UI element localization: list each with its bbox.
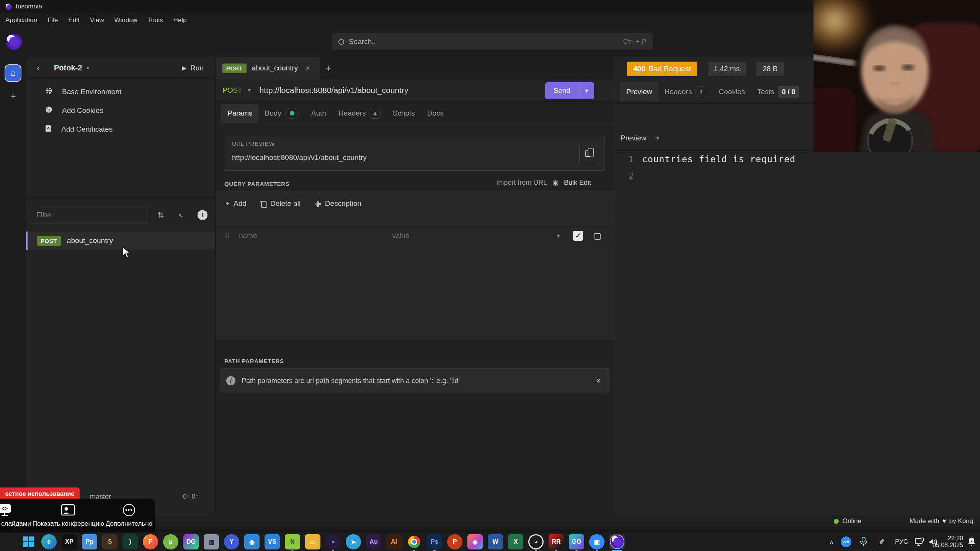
home-button[interactable]: ⌂ — [5, 64, 21, 82]
taskbar-goland-ide[interactable]: GO — [569, 534, 584, 549]
url-input[interactable]: http://localhost:8080/api/v1/about_count… — [260, 86, 408, 95]
param-enabled-checkbox[interactable]: ✓ — [573, 231, 583, 241]
delete-all-button[interactable]: Delete all — [261, 199, 301, 208]
online-status[interactable]: Online — [834, 517, 861, 525]
response-tab-cookies[interactable]: Cookies — [712, 82, 751, 101]
sidebar-item-base-environment[interactable]: Base Environment — [26, 82, 215, 101]
tray-network-icon[interactable] — [915, 532, 924, 551]
import-from-url-button[interactable]: Import from URL — [496, 179, 547, 187]
conference-slides-button[interactable]: <>вление слайдами — [0, 503, 31, 528]
taskbar-zoom-app[interactable]: ▣ — [589, 534, 604, 549]
taskbar-obs-studio[interactable]: ◕ — [528, 534, 544, 549]
param-value-input[interactable]: value — [392, 231, 553, 240]
tab-body[interactable]: Body — [258, 103, 305, 124]
taskbar-adobe-illustrator[interactable]: Ai — [386, 534, 402, 549]
taskbar-excel-app[interactable]: X — [508, 534, 523, 549]
tray-notification-bell[interactable]: z — [967, 532, 976, 551]
taskbar-powerpoint-app[interactable]: P — [447, 534, 462, 549]
conference-participant-button[interactable]: Показать конференцию — [33, 503, 104, 528]
send-options-button[interactable]: ▼ — [579, 82, 594, 99]
taskbar-file-explorer[interactable]: ▭ — [305, 534, 320, 549]
taskbar-photoshop-app[interactable]: Ps — [427, 534, 442, 549]
taskbar-statue-app[interactable]: S — [102, 534, 118, 549]
taskbar-edge-browser[interactable]: e — [41, 534, 57, 549]
taskbar-datagrip-ide[interactable]: DG — [183, 534, 199, 549]
search-bar[interactable]: Search.. Ctrl + P — [332, 33, 653, 50]
taskbar-davinci-resolve[interactable]: ◈ — [467, 534, 483, 549]
bulk-edit-button[interactable]: Bulk Edit — [564, 179, 591, 187]
preview-mode-dropdown[interactable]: Preview — [621, 134, 647, 142]
git-sync-counters[interactable]: 0↓ 0↑ — [183, 493, 199, 500]
taskbar-utorrent-app[interactable]: µ — [163, 534, 178, 549]
sidebar-item-add-certificates[interactable]: Add Certificates — [26, 120, 215, 139]
menu-item-file[interactable]: File — [47, 16, 58, 24]
copy-url-button[interactable] — [579, 145, 598, 164]
utorrent-app-icon: µ — [169, 538, 172, 545]
back-chevron-icon[interactable]: ‹ — [37, 63, 40, 73]
add-parameter-button[interactable]: +Add — [225, 199, 247, 208]
run-button[interactable]: ▶ Run — [182, 57, 204, 79]
request-tab-label: about_country — [252, 64, 298, 72]
sort-icon[interactable]: ⇅ — [158, 210, 164, 220]
response-tab-preview[interactable]: Preview — [620, 82, 658, 101]
tray-chevron-button[interactable]: ∧ — [829, 532, 834, 551]
taskbar-notepad-plus-plus[interactable]: N — [285, 534, 300, 549]
tray-pen-icon[interactable]: ✎ — [879, 532, 885, 551]
taskbar-telegram-app[interactable]: ➤ — [346, 534, 361, 549]
tab-docs[interactable]: Docs — [421, 104, 450, 123]
delete-param-icon[interactable] — [595, 233, 600, 239]
close-icon[interactable]: × — [596, 377, 601, 385]
taskbar-firefox-browser[interactable]: F — [143, 534, 158, 549]
menu-item-edit[interactable]: Edit — [69, 16, 80, 24]
taskbar-calculator-app[interactable]: ▦ — [204, 534, 219, 549]
request-tab[interactable]: POST about_country × — [216, 57, 320, 79]
tray-zoom-icon[interactable]: zm — [841, 532, 851, 551]
menu-item-application[interactable]: Application — [5, 16, 37, 24]
menu-item-window[interactable]: Window — [114, 16, 137, 24]
statue-app-icon: S — [108, 538, 112, 545]
response-tab-headers[interactable]: Headers4 — [658, 81, 713, 103]
taskbar-dark-green-app[interactable]: ) — [122, 534, 138, 549]
taskbar-dark-purple-circle-app[interactable]: ◖ — [325, 534, 341, 549]
add-request-icon[interactable]: + — [198, 210, 207, 220]
expand-icon[interactable]: ↔ — [176, 209, 187, 220]
menu-item-tools[interactable]: Tools — [148, 16, 163, 24]
param-name-input[interactable]: name — [239, 231, 392, 240]
taskbar-insomnia-app[interactable] — [609, 534, 625, 549]
taskbar-chrome-browser[interactable] — [407, 534, 422, 549]
menu-item-view[interactable]: View — [90, 16, 104, 24]
taskbar-blue-camera-app[interactable]: ◉ — [244, 534, 260, 549]
chevron-down-icon[interactable]: ▼ — [556, 233, 561, 239]
tab-auth[interactable]: Auth — [305, 104, 332, 123]
new-workspace-button[interactable]: + — [8, 92, 18, 101]
send-button[interactable]: Send — [545, 82, 579, 99]
menu-item-help[interactable]: Help — [173, 16, 187, 24]
taskbar-xppen-app[interactable]: XP — [62, 534, 77, 549]
taskbar-rider-ide[interactable]: RR — [549, 534, 564, 549]
taskbar-yandex-app[interactable]: Y — [224, 534, 239, 549]
tray-microphone-icon[interactable] — [860, 532, 867, 551]
sidebar-item-add-cookies[interactable]: Add Cookies — [26, 101, 215, 120]
taskbar-start-button[interactable] — [21, 534, 36, 549]
filter-input[interactable] — [31, 207, 149, 223]
close-icon[interactable]: × — [305, 64, 310, 73]
tray-clock[interactable]: 22:20 05.08.2025 — [933, 532, 963, 551]
tray-language-indicator[interactable]: РУС — [895, 532, 908, 551]
drag-handle-icon[interactable]: ⠿ — [225, 231, 229, 240]
new-tab-button[interactable]: + — [326, 63, 332, 75]
request-list-item[interactable]: POST about_country — [26, 231, 215, 250]
tab-scripts[interactable]: Scripts — [387, 104, 421, 123]
response-tab-tests[interactable]: Tests0 / 0 — [751, 81, 805, 103]
tab-params[interactable]: Params — [221, 104, 258, 123]
taskbar-adobe-audition[interactable]: Au — [366, 534, 381, 549]
tab-headers[interactable]: Headers4 — [332, 103, 387, 124]
taskbar-screenshot-tool[interactable]: Pp — [82, 534, 97, 549]
globe-icon — [45, 87, 52, 96]
description-toggle-button[interactable]: ◉Description — [315, 199, 361, 208]
taskbar-word-app[interactable]: W — [488, 534, 503, 549]
workspace-dropdown[interactable]: Potok-2 — [54, 64, 82, 72]
conference-more-button[interactable]: •••Дополнительно — [106, 503, 152, 528]
heart-icon: ♥ — [942, 517, 946, 525]
url-method-dropdown[interactable]: POST — [222, 86, 242, 95]
taskbar-vscode-editor[interactable]: VS — [265, 534, 280, 549]
